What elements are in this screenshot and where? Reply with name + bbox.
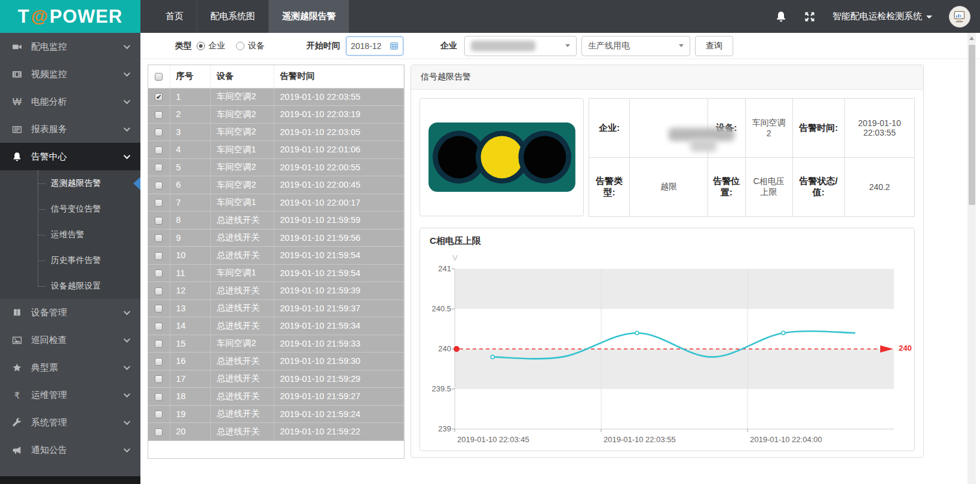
sidebar-item-label: 告警中心 <box>31 151 67 163</box>
row-checkbox[interactable] <box>155 217 163 225</box>
book-icon <box>12 308 22 318</box>
table-row-3[interactable]: 3车间空调22019-01-10 22:03:05 <box>148 123 404 141</box>
sidebar-item-0[interactable]: 配电监控 <box>0 33 140 60</box>
scrollbar-thumb[interactable] <box>969 45 975 205</box>
info-type-value: 越限 <box>630 158 708 217</box>
fullscreen-icon[interactable] <box>804 11 816 23</box>
table-row-17[interactable]: 17总进线开关2019-01-10 21:59:29 <box>148 370 404 388</box>
row-checkbox[interactable] <box>155 199 163 207</box>
start-time-input[interactable]: 2018-12 <box>346 36 403 56</box>
row-checkbox[interactable] <box>155 305 163 313</box>
select-caret-icon <box>679 44 684 47</box>
cell-time: 2019-01-10 22:03:55 <box>274 88 404 106</box>
newspaper-icon <box>12 124 22 134</box>
notification-bell-icon[interactable] <box>775 11 787 23</box>
traffic-light-card <box>419 98 584 216</box>
sidebar-subitem-2[interactable]: 运维告警 <box>0 222 140 247</box>
line-select[interactable]: 生产线用电 <box>581 36 690 56</box>
table-row-19[interactable]: 19总进线开关2019-01-10 21:59:24 <box>148 405 404 423</box>
table-row-13[interactable]: 13总进线开关2019-01-10 21:59:37 <box>148 299 404 317</box>
row-checkbox[interactable] <box>155 93 163 101</box>
table-row-11[interactable]: 11车间空调12019-01-10 21:59:54 <box>148 264 404 282</box>
sidebar-subitem-1[interactable]: 信号变位告警 <box>0 196 140 222</box>
row-checkbox[interactable] <box>155 164 163 171</box>
cell-device: 总进线开关 <box>210 405 274 423</box>
cell-device: 总进线开关 <box>210 388 274 406</box>
sidebar-item-9[interactable]: 系统管理 <box>0 409 140 436</box>
row-checkbox[interactable] <box>155 393 163 401</box>
cell-no: 9 <box>170 229 210 247</box>
table-row-12[interactable]: 12总进线开关2019-01-10 21:59:39 <box>148 282 404 300</box>
nav-tab-0[interactable]: 首页 <box>152 0 197 33</box>
sidebar-subitem-0[interactable]: 遥测越限告警 <box>0 170 140 196</box>
table-row-5[interactable]: 5车间空调22019-01-10 22:00:55 <box>148 158 404 176</box>
sidebar-item-5[interactable]: 设备管理 <box>0 299 140 326</box>
radio-enterprise[interactable]: 企业 <box>197 41 225 51</box>
sidebar-menu: 配电监控视频监控₩电能分析报表服务告警中心遥测越限告警信号变位告警运维告警历史事… <box>0 33 140 464</box>
radio-enterprise-icon[interactable] <box>197 42 205 50</box>
table-row-6[interactable]: 6车间空调22019-01-10 22:00:45 <box>148 176 404 194</box>
system-title: 智能配电运检检测系统 <box>832 11 922 22</box>
enterprise-select[interactable] <box>464 36 577 56</box>
cell-no: 19 <box>170 405 210 423</box>
image-icon <box>12 335 22 345</box>
avatar[interactable] <box>949 6 970 27</box>
row-checkbox[interactable] <box>155 428 163 436</box>
query-button[interactable]: 查询 <box>695 36 733 56</box>
row-checkbox[interactable] <box>155 146 163 154</box>
row-checkbox[interactable] <box>155 340 163 348</box>
cell-device: 总进线开关 <box>210 317 274 335</box>
cell-no: 8 <box>170 212 210 229</box>
radio-device-icon[interactable] <box>236 42 244 50</box>
sidebar-item-6[interactable]: 巡回检查 <box>0 326 140 354</box>
row-checkbox[interactable] <box>155 287 163 295</box>
nav-tab-2[interactable]: 遥测越限告警 <box>268 0 349 33</box>
table-row-14[interactable]: 14总进线开关2019-01-10 21:59:34 <box>148 317 404 335</box>
row-checkbox[interactable] <box>155 234 163 242</box>
radio-device[interactable]: 设备 <box>236 41 265 51</box>
sidebar-item-7[interactable]: 典型票 <box>0 354 140 381</box>
table-row-8[interactable]: 8总进线开关2019-01-10 21:59:59 <box>148 212 404 229</box>
scrollbar-up-arrow-icon[interactable] <box>969 36 974 40</box>
table-row-7[interactable]: 7车间空调12019-01-10 22:00:17 <box>148 194 404 212</box>
table-row-10[interactable]: 10总进线开关2019-01-10 21:59:54 <box>148 247 404 265</box>
row-checkbox-cell <box>148 370 170 388</box>
sidebar-item-3[interactable]: 报表服务 <box>0 115 140 143</box>
sidebar-item-8[interactable]: ₹运维管理 <box>0 381 140 409</box>
row-checkbox[interactable] <box>155 411 163 418</box>
row-checkbox[interactable] <box>155 269 163 277</box>
row-checkbox[interactable] <box>155 111 163 119</box>
table-row-9[interactable]: 9总进线开关2019-01-10 21:59:56 <box>148 229 404 247</box>
top-header: T@POWER 首页配电系统图遥测越限告警 智能配电运检检测系统 <box>0 0 980 33</box>
table-row-15[interactable]: 15车间空调22019-01-10 21:59:33 <box>148 335 404 353</box>
signal-alarm-panel: 信号越限告警 <box>411 65 924 458</box>
row-checkbox[interactable] <box>155 128 163 136</box>
sidebar-item-1[interactable]: 视频监控 <box>0 60 140 88</box>
select-all-checkbox[interactable] <box>155 73 163 81</box>
sidebar-subitem-3[interactable]: 历史事件告警 <box>0 247 140 273</box>
table-row-20[interactable]: 20总进线开关2019-01-10 21:59:22 <box>148 423 404 441</box>
table-row-4[interactable]: 4车间空调12019-01-10 22:01:06 <box>148 141 404 159</box>
row-checkbox[interactable] <box>155 323 163 330</box>
table-row-2[interactable]: 2车间空调22019-01-10 22:03:19 <box>148 106 404 124</box>
sidebar-item-4[interactable]: 告警中心 <box>0 143 140 170</box>
nav-tab-1[interactable]: 配电系统图 <box>197 0 268 33</box>
sidebar-subitem-4[interactable]: 设备越限设置 <box>0 273 140 299</box>
calendar-icon[interactable] <box>390 41 399 50</box>
vertical-scrollbar[interactable] <box>967 33 976 484</box>
row-checkbox[interactable] <box>155 252 163 260</box>
row-checkbox[interactable] <box>155 182 163 189</box>
sidebar-item-2[interactable]: ₩电能分析 <box>0 88 140 115</box>
table-row-18[interactable]: 18总进线开关2019-01-10 21:59:27 <box>148 388 404 406</box>
chevron-down-icon <box>124 363 130 370</box>
table-row-16[interactable]: 16总进线开关2019-01-10 21:59:30 <box>148 353 404 370</box>
cell-no: 1 <box>170 88 210 106</box>
row-checkbox[interactable] <box>155 375 163 383</box>
enterprise-select-blurred-value <box>471 41 535 51</box>
alarm-table: 序号 设备 告警时间 1车间空调22019-01-10 22:03:552车间空… <box>148 65 404 441</box>
cell-no: 20 <box>170 423 210 441</box>
sidebar-item-10[interactable]: 通知公告 <box>0 436 140 464</box>
row-checkbox[interactable] <box>155 358 163 366</box>
table-row-1[interactable]: 1车间空调22019-01-10 22:03:55 <box>148 88 404 106</box>
system-title-dropdown[interactable]: 智能配电运检检测系统 <box>832 11 932 22</box>
